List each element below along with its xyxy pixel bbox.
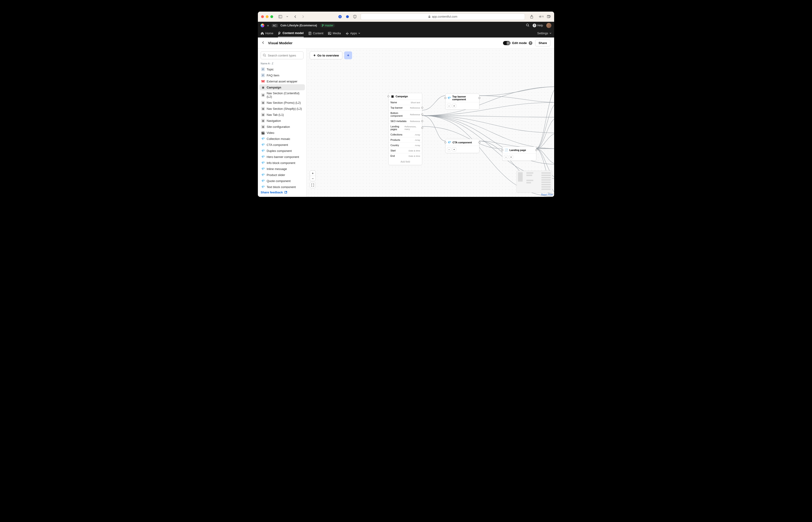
- brand-logo[interactable]: [261, 24, 264, 27]
- help-tooltip-icon[interactable]: ?: [529, 41, 533, 45]
- svg-point-9: [322, 26, 323, 27]
- field-row[interactable]: Top bannerReference: [389, 105, 422, 110]
- zoom-out-button[interactable]: −: [310, 176, 315, 181]
- project-name[interactable]: Coin Lifestyle (Ecommerce): [280, 24, 317, 27]
- privacy-icon[interactable]: [345, 14, 350, 19]
- sidebar-toggle-icon[interactable]: [278, 14, 283, 19]
- nav-settings[interactable]: Settings: [537, 29, 551, 37]
- field-row[interactable]: Bottom componentReference: [389, 110, 422, 118]
- svg-point-11: [526, 24, 528, 26]
- grid-icon: ▦: [261, 125, 265, 128]
- grid-icon: ▦: [261, 107, 265, 111]
- onepassword-icon[interactable]: [337, 14, 342, 19]
- content-type-item[interactable]: 💎Info block component: [259, 160, 305, 166]
- field-row[interactable]: ProductsArray: [389, 137, 422, 142]
- page-title: Visual Modeler: [268, 41, 293, 45]
- chevron-down-icon[interactable]: [285, 14, 290, 19]
- search-icon[interactable]: [526, 23, 529, 27]
- reactflow-attribution[interactable]: React Flow: [541, 193, 553, 196]
- canvas[interactable]: Go to overview + + −: [307, 48, 554, 197]
- add-field-button[interactable]: Add field: [389, 158, 422, 165]
- content-type-item[interactable]: 💎Quote component: [259, 178, 305, 184]
- svg-rect-5: [429, 17, 430, 18]
- add-node-button[interactable]: +: [344, 52, 352, 59]
- window-maximize-button[interactable]: [270, 15, 273, 18]
- content-type-item[interactable]: 💎Inline message: [259, 166, 305, 172]
- content-type-item[interactable]: ▦Nav Section (Contentful) (L2): [259, 90, 305, 100]
- browser-chrome: app.contentful.com ⇪A: [258, 12, 554, 22]
- content-type-item[interactable]: 💎Product slider: [259, 172, 305, 178]
- canvas-toolbar: Go to overview +: [310, 52, 352, 59]
- nav-apps[interactable]: Apps: [346, 29, 360, 37]
- window-minimize-button[interactable]: [266, 15, 269, 18]
- node-cta[interactable]: 💎CTA component›+: [445, 139, 479, 153]
- minimap[interactable]: [516, 171, 552, 193]
- field-row[interactable]: Landing pagesReferences, many: [389, 124, 422, 132]
- share-button[interactable]: Share: [535, 40, 550, 46]
- content-type-item[interactable]: #FAQ Item: [259, 72, 305, 78]
- content-type-item[interactable]: ▦Nav Section (Shopify) (L2): [259, 106, 305, 112]
- field-row[interactable]: CountryArray: [389, 142, 422, 148]
- nav-content[interactable]: Content: [308, 29, 324, 37]
- back-icon[interactable]: [293, 14, 298, 19]
- gem-icon: 💎: [447, 96, 451, 100]
- shield-icon[interactable]: [352, 14, 357, 19]
- edit-mode-toggle[interactable]: ✕ Edit mode ?: [503, 41, 533, 45]
- translate-icon[interactable]: ⇪A: [539, 14, 544, 19]
- gem-icon: 💎: [261, 155, 265, 159]
- node-top-banner[interactable]: 💎Top banner component›+: [445, 94, 479, 109]
- field-row[interactable]: EndDate & time: [389, 153, 422, 158]
- nav-media[interactable]: Media: [328, 29, 341, 37]
- go-to-overview-button[interactable]: Go to overview: [310, 52, 342, 59]
- content-type-item[interactable]: ▦Site configuration: [259, 124, 305, 130]
- expand-button[interactable]: ›: [504, 155, 508, 159]
- user-avatar[interactable]: [546, 23, 551, 28]
- content-type-item[interactable]: 🎀External asset wrapper: [259, 78, 305, 84]
- content-type-item[interactable]: 💎Duplex component: [259, 148, 305, 154]
- forward-icon[interactable]: [300, 14, 306, 19]
- share-feedback-link[interactable]: Share feedback: [258, 188, 306, 197]
- content-type-item[interactable]: 💎Text block component: [259, 184, 305, 188]
- field-row[interactable]: NameShort text: [389, 100, 422, 105]
- field-row[interactable]: SEO metadataReference: [389, 118, 422, 124]
- expand-button[interactable]: ›: [447, 104, 451, 108]
- content-type-item[interactable]: 💎Collection mosaic: [259, 136, 305, 142]
- window-close-button[interactable]: [261, 15, 264, 18]
- address-bar[interactable]: app.contentful.com ⇪A: [361, 14, 525, 20]
- gem-icon: 💎: [261, 161, 265, 165]
- field-row[interactable]: StartDate & time: [389, 148, 422, 153]
- content-type-item[interactable]: ▦Navigation: [259, 118, 305, 124]
- help-button[interactable]: ? Help: [533, 24, 543, 27]
- zoom-in-button[interactable]: +: [310, 171, 315, 176]
- content-type-item[interactable]: ▦Nav Section (Promo) (L2): [259, 100, 305, 106]
- add-button[interactable]: +: [452, 147, 456, 152]
- content-type-item[interactable]: 💎Hero banner component: [259, 154, 305, 160]
- page-header: Visual Modeler ✕ Edit mode ? Share: [258, 38, 554, 48]
- content-type-item[interactable]: #Topic: [259, 66, 305, 72]
- menu-icon[interactable]: ≡: [267, 24, 269, 27]
- branch-selector[interactable]: master: [320, 23, 335, 27]
- content-type-item[interactable]: 🎬Video: [259, 130, 305, 136]
- nav-content-model[interactable]: Content model: [278, 29, 304, 37]
- field-row[interactable]: CollectionsArray: [389, 132, 422, 137]
- search-box: [261, 52, 304, 59]
- fit-view-button[interactable]: [310, 182, 316, 188]
- node-landing[interactable]: 📄Landing page›+: [502, 146, 536, 161]
- content-type-item[interactable]: ▦Nav Tab (L1): [259, 112, 305, 118]
- content-type-item[interactable]: 💎CTA component: [259, 142, 305, 148]
- add-button[interactable]: +: [452, 104, 456, 108]
- content-type-item[interactable]: ▦Campaign: [259, 84, 305, 90]
- nav-home[interactable]: Home: [261, 29, 273, 37]
- chevron-down-icon: [358, 33, 360, 34]
- expand-button[interactable]: ›: [447, 147, 451, 152]
- grid-icon: ▦: [391, 95, 394, 98]
- toggle-switch[interactable]: ✕: [503, 41, 511, 45]
- share-icon[interactable]: [529, 14, 534, 19]
- back-button[interactable]: [262, 41, 265, 45]
- external-link-icon: [284, 191, 287, 194]
- add-button[interactable]: +: [509, 155, 513, 159]
- node-campaign[interactable]: ▦ Campaign NameShort textTop bannerRefer…: [389, 93, 422, 165]
- svg-point-15: [263, 54, 265, 56]
- reload-icon[interactable]: [547, 14, 552, 19]
- search-input[interactable]: [261, 52, 304, 59]
